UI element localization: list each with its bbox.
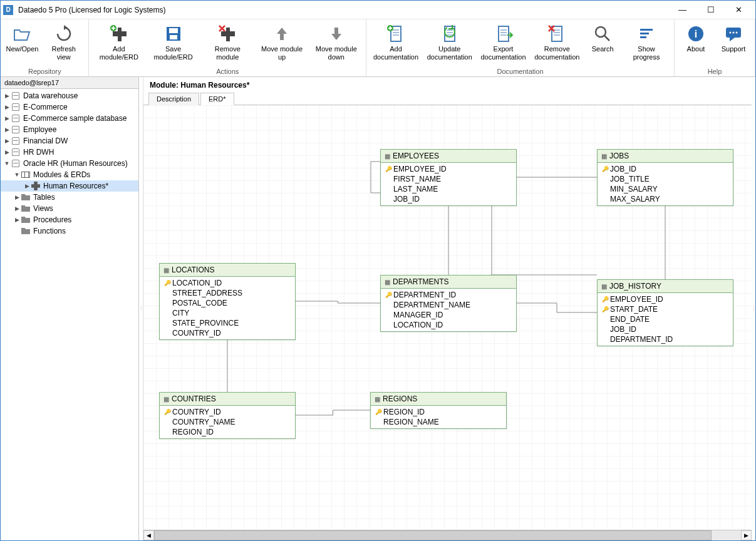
tree-item[interactable]: ▶Employee <box>1 124 138 135</box>
column-row[interactable]: DEPARTMENT_ID <box>598 334 733 344</box>
column-row[interactable]: 🔑EMPLOYEE_ID <box>381 164 516 174</box>
tree-item[interactable]: ▶E-Commerce <box>1 101 138 113</box>
column-row[interactable]: 🔑LOCATION_ID <box>160 278 295 288</box>
tree-item[interactable]: ▶Tables <box>1 192 138 203</box>
entity-departments[interactable]: ▦DEPARTMENTS🔑DEPARTMENT_IDDEPARTMENT_NAM… <box>380 275 517 332</box>
add-module-erd-button[interactable]: Add module/ERD <box>91 21 146 63</box>
column-row[interactable]: MIN_SALARY <box>598 184 733 194</box>
entity-employees[interactable]: ▦EMPLOYEES🔑EMPLOYEE_IDFIRST_NAMELAST_NAM… <box>380 149 517 206</box>
entity-locations[interactable]: ▦LOCATIONS🔑LOCATION_IDSTREET_ADDRESSPOST… <box>159 263 296 340</box>
tab-description[interactable]: Description <box>148 93 199 105</box>
scroll-thumb[interactable] <box>154 530 712 540</box>
entity-header[interactable]: ▦REGIONS <box>371 393 506 406</box>
horizontal-scrollbar[interactable]: ◀ ▶ <box>143 530 752 540</box>
entity-header[interactable]: ▦EMPLOYEES <box>381 150 516 163</box>
column-row[interactable]: MANAGER_ID <box>381 310 516 320</box>
tree-item[interactable]: Functions <box>1 225 138 237</box>
tree-twisty-icon[interactable]: ▶ <box>3 104 11 110</box>
column-row[interactable]: CITY <box>160 308 295 318</box>
column-row[interactable]: STREET_ADDRESS <box>160 288 295 298</box>
show-progress-button[interactable]: Show progress <box>621 21 671 63</box>
tree-item[interactable]: ▶HR DWH <box>1 147 138 158</box>
tree-twisty-icon[interactable]: ▶ <box>13 194 21 200</box>
column-row[interactable]: 🔑COUNTRY_ID <box>160 407 295 417</box>
ribbon-group-label: Help <box>677 66 752 76</box>
maximize-button[interactable]: ☐ <box>696 1 725 19</box>
save-module-erd-button[interactable]: Save module/ERD <box>146 21 200 63</box>
entity-header[interactable]: ▦LOCATIONS <box>160 264 295 277</box>
column-row[interactable]: FIRST_NAME <box>381 174 516 184</box>
entity-header[interactable]: ▦JOB_HISTORY <box>598 280 733 293</box>
tree-twisty-icon[interactable]: ▶ <box>23 183 31 189</box>
tab-erd-[interactable]: ERD* <box>200 93 234 105</box>
update-documentation-button[interactable]: Update documentation <box>423 21 477 63</box>
scroll-right-arrow[interactable]: ▶ <box>741 530 752 540</box>
entity-header[interactable]: ▦JOBS <box>598 150 733 163</box>
column-row[interactable]: LAST_NAME <box>381 184 516 194</box>
remove-module-button[interactable]: Remove module <box>200 21 255 63</box>
tree-twisty-icon[interactable]: ▶ <box>3 115 11 121</box>
tree-item[interactable]: ▶Human Resources* <box>1 180 138 192</box>
search-button[interactable]: Search <box>584 21 621 55</box>
column-row[interactable]: STATE_PROVINCE <box>160 318 295 328</box>
tree-item[interactable]: ▼Modules & ERDs <box>1 169 138 180</box>
tree-twisty-icon[interactable]: ▼ <box>13 172 21 178</box>
splitter-right[interactable]: ⋮ <box>752 77 755 540</box>
export-documentation-button[interactable]: Export documentation <box>477 21 531 63</box>
column-row[interactable]: END_DATE <box>598 314 733 324</box>
close-button[interactable]: ✕ <box>725 1 753 19</box>
column-row[interactable]: LOCATION_ID <box>381 320 516 330</box>
column-row[interactable]: REGION_NAME <box>371 417 506 427</box>
column-row[interactable]: JOB_ID <box>381 194 516 204</box>
move-module-down-button[interactable]: Move module down <box>309 21 363 63</box>
entity-countries[interactable]: ▦COUNTRIES🔑COUNTRY_IDCOUNTRY_NAMEREGION_… <box>159 392 296 439</box>
tree-twisty-icon[interactable]: ▶ <box>13 205 21 212</box>
column-row[interactable]: JOB_TITLE <box>598 174 733 184</box>
entity-header[interactable]: ▦DEPARTMENTS <box>381 276 516 289</box>
erd-area[interactable]: ▦EMPLOYEES🔑EMPLOYEE_IDFIRST_NAMELAST_NAM… <box>143 105 752 530</box>
column-row[interactable]: 🔑DEPARTMENT_ID <box>381 290 516 300</box>
tree-item[interactable]: ▼Oracle HR (Human Resources) <box>1 158 138 169</box>
column-row[interactable]: COUNTRY_NAME <box>160 417 295 427</box>
tree-item[interactable]: ▶Data warehouse <box>1 90 138 101</box>
tree-twisty-icon[interactable]: ▶ <box>3 138 11 144</box>
entity-regions[interactable]: ▦REGIONS🔑REGION_IDREGION_NAME <box>370 392 507 429</box>
entity-header[interactable]: ▦COUNTRIES <box>160 393 295 406</box>
entity-job_history[interactable]: ▦JOB_HISTORY🔑EMPLOYEE_ID🔑START_DATEEND_D… <box>597 279 733 346</box>
column-row[interactable]: POSTAL_CODE <box>160 298 295 308</box>
minimize-button[interactable]: — <box>668 1 696 19</box>
add-documentation-button[interactable]: Add documentation <box>369 21 423 63</box>
refresh-view-label: Refresh view <box>46 45 81 61</box>
tree-item[interactable]: ▶E-Commerce sample database <box>1 113 138 124</box>
tree-twisty-icon[interactable]: ▶ <box>3 149 11 155</box>
tree-twisty-icon[interactable]: ▼ <box>3 160 11 167</box>
refresh-view-button[interactable]: Refresh view <box>41 21 86 63</box>
svg-rect-10 <box>640 29 653 31</box>
column-row[interactable]: MAX_SALARY <box>598 194 733 204</box>
titlebar: D Dataedo 5 Pro (Licensed for Logic Syst… <box>1 1 755 19</box>
tree-item[interactable]: ▶Views <box>1 203 138 214</box>
column-row[interactable]: 🔑REGION_ID <box>371 407 506 417</box>
column-row[interactable]: REGION_ID <box>160 427 295 437</box>
column-row[interactable]: 🔑JOB_ID <box>598 164 733 174</box>
column-name: JOB_ID <box>609 325 636 334</box>
entity-body: 🔑DEPARTMENT_IDDEPARTMENT_NAMEMANAGER_IDL… <box>381 289 516 331</box>
scroll-track[interactable] <box>154 530 741 540</box>
remove-documentation-button[interactable]: Remove documentation <box>530 21 584 63</box>
tree-item[interactable]: ▶Financial DW <box>1 135 138 147</box>
column-row[interactable]: 🔑START_DATE <box>598 304 733 314</box>
column-row[interactable]: 🔑EMPLOYEE_ID <box>598 294 733 304</box>
about-button[interactable]: iAbout <box>677 21 715 55</box>
tree-twisty-icon[interactable]: ▶ <box>3 93 11 99</box>
tree-twisty-icon[interactable]: ▶ <box>3 126 11 133</box>
column-row[interactable]: DEPARTMENT_NAME <box>381 300 516 310</box>
column-row[interactable]: COUNTRY_ID <box>160 328 295 338</box>
tree-twisty-icon[interactable]: ▶ <box>13 217 21 223</box>
entity-jobs[interactable]: ▦JOBS🔑JOB_IDJOB_TITLEMIN_SALARYMAX_SALAR… <box>597 149 733 206</box>
new-open-button[interactable]: New/Open <box>3 21 41 55</box>
scroll-left-arrow[interactable]: ◀ <box>143 530 154 540</box>
support-button[interactable]: Support <box>715 21 752 55</box>
tree-item[interactable]: ▶Procedures <box>1 214 138 225</box>
column-row[interactable]: JOB_ID <box>598 324 733 334</box>
move-module-up-button[interactable]: Move module up <box>255 21 309 63</box>
